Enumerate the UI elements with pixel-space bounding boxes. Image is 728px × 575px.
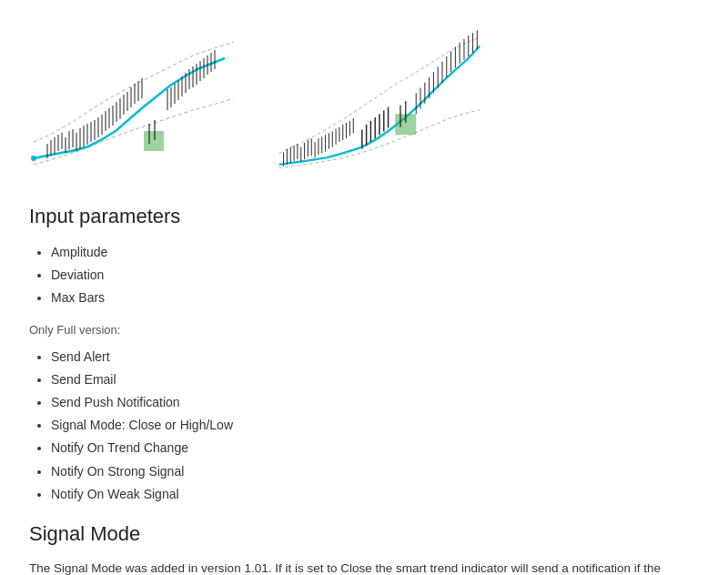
list-item: Send Email xyxy=(51,368,699,391)
chart-1-svg xyxy=(29,24,238,174)
list-item: Signal Mode: Close or High/Low xyxy=(51,414,699,437)
full-version-params-list: Send Alert Send Email Send Push Notifica… xyxy=(29,346,699,506)
svg-point-44 xyxy=(31,156,36,161)
list-item: Amplitude xyxy=(51,241,699,264)
only-full-label: Only Full version: xyxy=(29,323,699,337)
list-item: Max Bars xyxy=(51,287,699,309)
input-parameters-section: Input parameters Amplitude Deviation Max… xyxy=(29,205,699,506)
list-item: Notify On Strong Signal xyxy=(51,460,699,483)
list-item: Deviation xyxy=(51,264,699,287)
list-item: Notify On Weak Signal xyxy=(51,483,699,506)
list-item: Notify On Trend Change xyxy=(51,437,699,459)
signal-mode-section: Signal Mode The Signal Mode was added in… xyxy=(29,522,699,575)
chart-area xyxy=(29,15,699,183)
svg-rect-27 xyxy=(144,131,164,151)
page-container: Input parameters Amplitude Deviation Max… xyxy=(0,0,728,575)
chart-2-svg xyxy=(275,24,484,174)
chart-2 xyxy=(275,24,484,174)
signal-mode-description: The Signal Mode was added in version 1.0… xyxy=(29,559,699,575)
list-item: Send Alert xyxy=(51,346,699,368)
basic-params-list: Amplitude Deviation Max Bars xyxy=(29,241,699,310)
input-parameters-title: Input parameters xyxy=(29,205,699,228)
signal-mode-title: Signal Mode xyxy=(29,522,699,546)
list-item: Send Push Notification xyxy=(51,391,699,414)
chart-1 xyxy=(29,24,238,174)
